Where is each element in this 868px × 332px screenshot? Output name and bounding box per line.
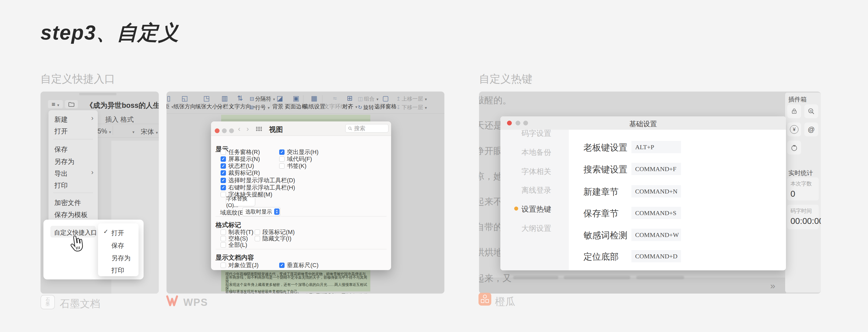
divider: [53, 193, 93, 193]
checkbox-icon: [221, 178, 226, 183]
toolbar-separator-button[interactable]: ⊟分隔符: [250, 94, 275, 103]
shimo-style-select[interactable]: [130, 127, 134, 135]
dialog-titlebar: 基础设置: [500, 116, 786, 130]
stat-value: 0: [790, 189, 819, 199]
sidebar-item-offline-login[interactable]: 离线登录: [521, 185, 551, 195]
checkbox-hidden-text[interactable]: 隐藏文字(I): [255, 234, 291, 243]
menu-item-export[interactable]: 导出: [54, 169, 68, 178]
editor-bg-text: 敲醒的。: [479, 94, 512, 107]
hotkey-label-boss-key: 老板键设置: [584, 142, 627, 154]
menu-item-print[interactable]: 打印: [54, 181, 68, 190]
checkbox-icon: [279, 163, 284, 169]
shimo-zoom-select[interactable]: 5%: [97, 127, 111, 135]
lock-plugin-button[interactable]: [787, 104, 801, 118]
checkbox-object-position[interactable]: 对象位置(J): [221, 261, 259, 269]
hotkey-input-sensitive-words[interactable]: COMMAND+W: [631, 229, 681, 241]
wps-view-dialog: ‹ › 视图 搜索 显示 任务窗格(R) 屏幕提示(N) 状态栏(U) 裁剪标记…: [211, 121, 391, 270]
expand-chevrons-icon[interactable]: »: [770, 280, 775, 291]
forward-icon[interactable]: ›: [246, 124, 249, 133]
divider: [271, 95, 271, 108]
toolbar-text-direction-button[interactable]: ⇅文字方向: [229, 94, 251, 110]
active-dot-icon: [514, 206, 518, 211]
toolbar-bring-forward-button[interactable]: ↥上移一层: [396, 94, 427, 103]
menu-item-save[interactable]: 保存: [54, 145, 68, 154]
grid-icon[interactable]: [256, 127, 262, 131]
shimo-doc-title: 《成为异世boss的人生导师》.docx: [86, 101, 159, 110]
menu-item-encrypt-file[interactable]: 加密文件: [54, 198, 81, 207]
toolbar-align-button[interactable]: ⊞对齐: [342, 94, 358, 110]
section-label-shortcut-entry: 自定义快捷入口: [40, 72, 115, 86]
hotkey-input-locate-bottom[interactable]: COMMAND+D: [631, 250, 681, 262]
hotkey-label-search-key: 搜索键设置: [584, 164, 627, 175]
word-search-plugin-button[interactable]: 词: [804, 104, 818, 118]
wps-ribbon-toolbar: ▯距 ◱纸张方向 ◳纸张大小 ▥分栏 ⇅文字方向 ⊟分隔符 ≣行号 ◪背景 ▣页…: [166, 91, 444, 114]
divider: [216, 249, 386, 249]
logo-book-shape: [481, 299, 484, 303]
dialog-title: 视图: [269, 125, 283, 134]
hotkey-label-locate-bottom: 定位底部: [584, 251, 619, 263]
pomodoro-plugin-button[interactable]: [787, 141, 801, 155]
hotkey-input-save-chapter[interactable]: COMMAND+S: [631, 207, 681, 219]
hotkey-label-save-chapter: 保存章节: [584, 208, 619, 220]
submenu-arrow-icon: [91, 227, 93, 236]
send-backward-icon: ↧: [396, 104, 401, 110]
close-button[interactable]: [215, 128, 220, 133]
shimo-open-folder-button[interactable]: [65, 100, 78, 108]
sidebar-item-font-related[interactable]: 字体相关: [521, 167, 551, 177]
submenu-item-save[interactable]: 保存: [111, 241, 124, 250]
back-icon[interactable]: ‹: [238, 124, 240, 133]
hotkey-input-search-key[interactable]: COMMAND+F: [631, 163, 681, 175]
submenu-item-save-as[interactable]: 另存为: [111, 254, 130, 262]
menu-item-new[interactable]: 新建: [54, 115, 68, 124]
page: step3、自定义 自定义快捷入口 自定义热键 ≡ 《成为异世boss的人生导师…: [0, 0, 868, 332]
hotkey-input-new-chapter[interactable]: COMMAND+N: [631, 185, 681, 197]
sidebar-item-outline-settings[interactable]: 大纲设置: [521, 223, 551, 233]
hotkey-input-boss-key[interactable]: ALT+P: [631, 141, 681, 153]
shimo-tab-format[interactable]: 格式: [120, 115, 134, 124]
at-refresh-icon: @: [808, 126, 815, 134]
yen-plugin-button[interactable]: ¥: [787, 122, 801, 136]
shimo-font-select[interactable]: 宋体: [141, 127, 158, 136]
shimo-tab-insert[interactable]: 插入: [105, 115, 119, 124]
divider: [97, 124, 159, 124]
divider: [322, 95, 322, 108]
sidebar-item-typing-settings[interactable]: 码字设置: [521, 128, 551, 139]
stat-label: 码字时间: [790, 208, 819, 215]
chengua-settings-dialog: 基础设置 码字设置 本地备份 字体相关 离线登录 设置热键 大纲设置 老板键设置…: [500, 116, 786, 270]
auto-lock-plugin-button[interactable]: @: [804, 122, 818, 136]
menu-item-open[interactable]: 打开: [54, 127, 68, 136]
checkbox-vertical-ruler[interactable]: 垂直标尺(C): [279, 261, 319, 269]
logo-book-shape: [486, 299, 489, 303]
checkbox-icon: [279, 262, 284, 268]
toolbar-send-backward-button[interactable]: ↧下移一层: [396, 103, 427, 112]
checkbox-floating-toolbar-selection[interactable]: 选择时显示浮动工具栏(D): [221, 176, 295, 185]
section-label-hotkeys: 自定义热键: [479, 72, 532, 86]
toolbar-selection-pane-button[interactable]: ▢选择窗格: [374, 94, 397, 110]
checkbox-all-marks[interactable]: 全部(L): [221, 241, 247, 249]
checkbox-icon: [255, 236, 260, 241]
sidebar-item-hotkey-settings[interactable]: 设置热键: [521, 204, 551, 214]
toolbar-paper-orientation-button[interactable]: ◱纸张方向: [174, 94, 196, 110]
search-input[interactable]: 搜索: [345, 124, 389, 133]
menu-item-save-as-template[interactable]: 保存为模板: [54, 210, 88, 219]
submenu-item-print[interactable]: 打印: [111, 266, 124, 275]
checkbox-bookmarks[interactable]: 书签(K): [279, 162, 306, 170]
chevron-down-icon: [266, 104, 270, 110]
checkbox-crop-marks[interactable]: 裁剪标记(R): [221, 169, 260, 177]
stat-card-word-count: 本次字数 0: [787, 177, 819, 200]
plugin-sidebar: 插件箱 词 ¥ @ 实时统计 本次字数 0 码字时间 00:00:00: [785, 92, 821, 293]
zoom-button[interactable]: [229, 128, 234, 133]
sidebar-item-local-backup[interactable]: 本地备份: [521, 147, 551, 158]
menu-item-save-as[interactable]: 另存为: [54, 157, 74, 166]
shimo-shortcut-submenu: 打开 保存 另存为 打印: [98, 223, 138, 276]
chevron-down-icon: [169, 103, 174, 109]
stepper-icon: ▲▼: [274, 209, 279, 215]
chevron-down-icon: [423, 104, 427, 110]
shimo-main-menu-button[interactable]: ≡: [48, 100, 63, 108]
field-shading-select[interactable]: 选取时显示 ▲▼: [243, 207, 280, 216]
minimize-button[interactable]: [222, 128, 227, 133]
submenu-item-open[interactable]: 打开: [111, 229, 124, 237]
font-replace-button[interactable]: 字体替换(O)...: [226, 197, 255, 206]
toolbar-line-number-button[interactable]: ≣行号: [250, 103, 270, 112]
lock-icon: [791, 108, 797, 114]
